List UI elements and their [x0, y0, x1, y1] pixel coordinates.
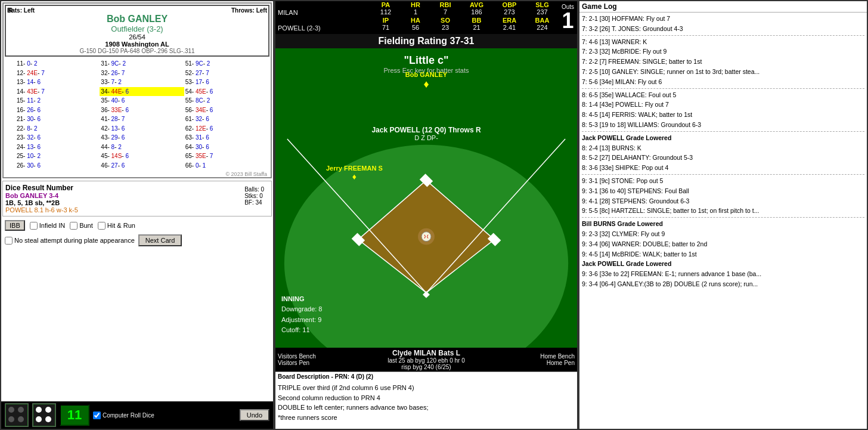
computer-roll-label[interactable]: Computer Roll Dice [93, 412, 154, 419]
dice-cell: 12- 24E- 7 [16, 69, 100, 78]
dice-result-section: Dice Result Number Bob GANLEY 3-4 1B, 5,… [2, 181, 272, 216]
sb-header-slg: SLG [526, 1, 559, 8]
log-divider [582, 174, 864, 175]
bunt-checkbox[interactable] [70, 222, 78, 230]
dice-cell: 43- 29- 6 [100, 133, 184, 143]
log-entry: 7: 3-2 [26] T. JONES: Groundout 4-3 [582, 24, 864, 34]
dice-cell: 46- 27- 6 [100, 161, 184, 171]
dice-cell: 33- 7- 2 [100, 78, 184, 87]
milan-obp: 273 [493, 8, 526, 17]
batter-risp: risp byg 240 (6/25) [326, 364, 527, 370]
downgrade-label: Downgrade: 8 [281, 304, 323, 315]
dice-cell: 65- 35E- 7 [184, 151, 268, 161]
no-steal-label[interactable]: No steal attempt during plate appearance [5, 237, 135, 245]
log-entry: 7: 2-1 [30] HOFFMAN: Fly out 7 [582, 14, 864, 24]
hit-run-checkbox[interactable] [98, 222, 106, 230]
dice-cell: 34- 44E- 6 [100, 87, 184, 97]
computer-roll-checkbox[interactable] [93, 412, 101, 419]
log-divider [582, 35, 864, 36]
number-display: 11 [60, 404, 89, 426]
scoreboard: PA HR RBI AVG OBP SLG MILAN 112 1 7 186 … [275, 1, 577, 34]
powell-era: 2.41 [493, 24, 526, 32]
ibb-button[interactable]: IBB [5, 220, 25, 231]
dice-result-player: Bob GANLEY 3-4 [5, 192, 269, 199]
log-entry: 9: 3-6 [33e to 22] FREEMAN: E-1; runners… [582, 269, 864, 279]
sb-header-hr: HR [401, 1, 430, 8]
dice-cell: 64- 30- 6 [184, 143, 268, 152]
log-entry: 8: 1-4 [43e] POWELL: Fly out 7 [582, 100, 864, 110]
infield-in-checkbox[interactable] [30, 222, 38, 230]
sb-header-ip: IP [371, 17, 401, 24]
dice-cell: 51- 9C- 2 [184, 59, 268, 69]
pitcher-label: Jack POWELL (12 Q0) Throws R D Z DP- [371, 126, 480, 141]
dice-cell: 63- 31- 6 [184, 133, 268, 143]
log-entry: 9: 3-1 [9c] STONE: Pop out 5 [582, 176, 864, 186]
ganley-field-label: Bob GANLEY ♦ [405, 71, 447, 91]
game-log-title: Game Log [579, 1, 867, 13]
dice-cell: 55- 8C- 2 [184, 96, 268, 106]
log-entry: 9: 3-4 [06] WARNER: DOUBLE; batter to 2n… [582, 239, 864, 249]
log-entry: 8: 5-2 [27] DELAHANTY: Groundout 5-3 [582, 153, 864, 163]
dice-cell: 15- 11- 2 [16, 96, 100, 106]
infield-in-label[interactable]: Infield IN [30, 222, 65, 230]
no-steal-row: No steal attempt during plate appearance… [1, 233, 273, 248]
dice-cell: 14- 43E- 7 [16, 87, 100, 97]
dice-cell: 32- 26- 7 [100, 69, 184, 78]
undo-button[interactable]: Undo [240, 409, 269, 421]
dice-result-pitcher: POWELL 8.1 h-6 w-3 k-5 [5, 206, 269, 214]
dice-cell: 24- 13- 6 [16, 143, 100, 152]
log-entry: 7: 2-3 [32] McBRIDE: Fly out 9 [582, 47, 864, 57]
dice-grid: 11- 0- 231- 9C- 251- 9C- 212- 24E- 732- … [4, 58, 271, 171]
bottom-dice-row: 11 Computer Roll Dice Undo [1, 401, 273, 429]
powell-bb: 21 [460, 24, 493, 32]
log-entry: 8: 5-3 [19 to 18] WILLIAMS: Groundout 6-… [582, 120, 864, 130]
freeman-label: Jerry FREEMAN S ♦ [326, 165, 383, 181]
sb-header-bb: BB [460, 17, 493, 24]
game-log-content[interactable]: 7: 2-1 [30] HOFFMAN: Fly out 77: 3-2 [26… [579, 13, 867, 429]
die-left [5, 403, 29, 427]
dice-cell: 36- 33E- 6 [100, 106, 184, 115]
dice-cell: 31- 9C- 2 [100, 59, 184, 69]
dice-cell: 16- 26- 6 [16, 106, 100, 115]
log-entry: 7: 4-6 [13] WARNER: K [582, 37, 864, 47]
dice-cell: 21- 30- 6 [16, 115, 100, 124]
board-desc-line-0: TRIPLE over third (if 2nd column 6 use P… [278, 383, 575, 393]
sb-header-rbi: RBI [430, 1, 460, 8]
dice-result-outcome: 1B, 5, 1B sb, **2B [5, 199, 269, 206]
little-c-title: "Little c" [383, 54, 469, 67]
no-steal-checkbox[interactable] [5, 237, 13, 245]
team-milan: MILAN [275, 8, 371, 17]
player-name: Bob GANLEY [7, 14, 267, 24]
dice-cell: 35- 40- 6 [100, 96, 184, 106]
sb-header-pa: PA [371, 1, 401, 8]
milan-pa: 112 [371, 8, 401, 17]
inning-title: INNING [281, 294, 323, 305]
dice-result-title: Dice Result Number [5, 184, 269, 192]
visitors-bench: Visitors Bench Visitors Pen [278, 353, 326, 366]
bunt-label[interactable]: Bunt [70, 222, 93, 230]
dice-cell: 56- 34E- 6 [184, 106, 268, 115]
log-entry: 9: 2-3 [32] CLYMER: Fly out 9 [582, 229, 864, 239]
powell-ha: 56 [401, 24, 430, 32]
log-entry: 9: 3-4 [06-4] GANLEY:(3B to 2B) DOUBLE (… [582, 279, 864, 289]
batter-name: Clyde MILAN Bats L [326, 349, 527, 357]
throws-label: Throws: Left [231, 7, 267, 14]
dice-cell: 11- 0- 2 [16, 59, 100, 69]
next-card-button[interactable]: Next Card [138, 234, 182, 246]
player-record: 26/54 [7, 33, 267, 41]
player-card-header: Bats: Left Throws: Left [7, 7, 267, 14]
fielding-rating: Fielding Rating 37-31 [275, 34, 577, 48]
batter-stats: last 25 ab byg 120 ebh 0 hr 0 [326, 357, 527, 364]
hit-run-label[interactable]: Hit & Run [98, 222, 135, 230]
powell-so: 23 [430, 24, 460, 32]
log-entry: 7: 5-6 [34e] MILAN: Fly out 6 [582, 77, 864, 87]
dice-cell: 26- 30- 6 [16, 161, 100, 171]
board-desc-line-2: DOUBLE to left center; runners advance t… [278, 403, 575, 413]
outs-value: 1 [562, 10, 574, 32]
sb-header-ha: HA [401, 17, 430, 24]
milan-avg: 186 [460, 8, 493, 17]
dice-grid-table: 11- 0- 231- 9C- 251- 9C- 212- 24E- 732- … [13, 58, 271, 171]
dice-cell: 66- 0- 1 [184, 161, 268, 171]
cutoff-label: Cutoff: 11 [281, 325, 323, 336]
r-badge: R [8, 7, 13, 14]
